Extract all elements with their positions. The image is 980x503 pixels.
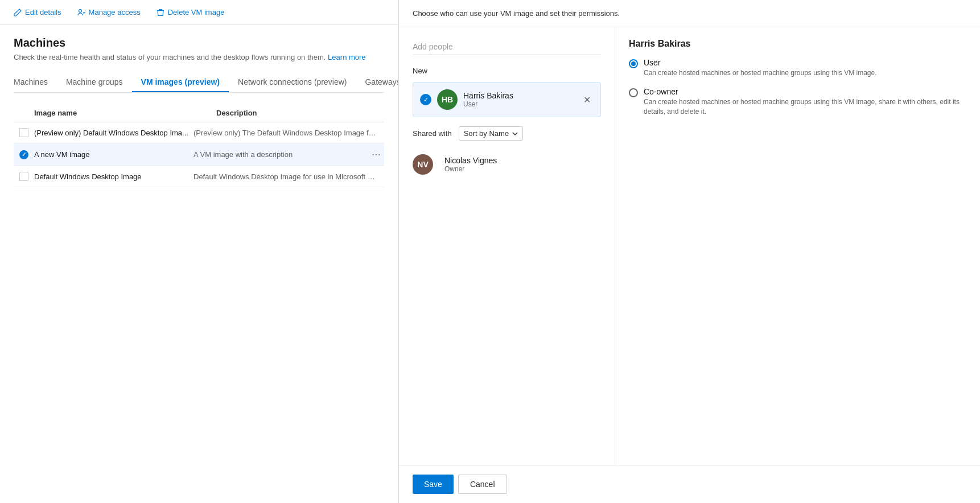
person-role-nv: Owner xyxy=(444,165,601,173)
col-header-name: Image name xyxy=(34,109,216,117)
delete-vm-image-label: Delete VM image xyxy=(168,8,225,17)
radio-option-user[interactable]: User Can create hosted machines or hoste… xyxy=(629,58,966,78)
table-body: (Preview only) Default Windows Desktop I… xyxy=(14,122,384,187)
tabs-container: Machines Machine groups VM images (previ… xyxy=(14,73,384,93)
row-menu-button[interactable]: ⋯ xyxy=(368,149,384,160)
table-row[interactable]: (Preview only) Default Windows Desktop I… xyxy=(14,122,384,143)
person-info-nv: Nicolas Vignes Owner xyxy=(444,156,601,173)
left-panel: Edit details Manage access Delete VM ima… xyxy=(0,0,398,503)
permissions-section: Harris Bakiras User Can create hosted ma… xyxy=(615,27,980,465)
remove-person-button[interactable]: ✕ xyxy=(580,93,594,106)
row-name-1: (Preview only) Default Windows Desktop I… xyxy=(34,129,193,137)
page-content: Machines Check the real-time health and … xyxy=(0,25,398,503)
col-header-desc: Description xyxy=(216,109,364,117)
row-checkbox-2 xyxy=(14,150,34,159)
avatar-initials-nv: NV xyxy=(417,160,428,169)
tab-vm-images[interactable]: VM images (preview) xyxy=(132,73,229,92)
manage-access-panel: Choose who can use your VM image and set… xyxy=(398,0,980,503)
radio-user-input[interactable] xyxy=(629,59,638,68)
unchecked-icon xyxy=(19,128,28,137)
svg-rect-2 xyxy=(159,9,162,10)
radio-coowner-desc: Can create hosted machines or hosted mac… xyxy=(644,97,966,117)
tab-machine-groups[interactable]: Machine groups xyxy=(57,73,132,92)
person-card-hb[interactable]: HB Harris Bakiras User ✕ xyxy=(413,82,601,117)
page-description: Check the real-time health and status of… xyxy=(14,53,384,61)
cancel-button[interactable]: Cancel xyxy=(458,475,507,494)
people-section: New HB Harris Bakiras User ✕ Shared with… xyxy=(399,27,615,465)
people-icon xyxy=(77,9,85,17)
row-checkbox-1 xyxy=(14,128,34,137)
avatar-initials-hb: HB xyxy=(442,95,453,104)
tab-network-connections[interactable]: Network connections (preview) xyxy=(229,73,356,92)
owner-row-nv: NV Nicolas Vignes Owner xyxy=(413,150,601,179)
permissions-person-title: Harris Bakiras xyxy=(629,39,966,49)
sort-select[interactable]: Sort by Name xyxy=(459,126,523,141)
person-selected-check xyxy=(420,94,431,105)
svg-point-0 xyxy=(79,9,81,12)
save-button[interactable]: Save xyxy=(413,475,454,494)
toolbar: Edit details Manage access Delete VM ima… xyxy=(0,0,398,25)
sort-label: Sort by Name xyxy=(464,129,509,138)
row-desc-1: (Preview only) The Default Windows Deskt… xyxy=(193,129,384,137)
radio-coowner-label: Co-owner xyxy=(644,87,966,96)
manage-access-button[interactable]: Manage access xyxy=(75,6,143,19)
edit-icon xyxy=(14,9,22,17)
row-name-2: A new VM image xyxy=(34,150,193,159)
radio-coowner-input[interactable] xyxy=(629,88,638,97)
radio-user-content: User Can create hosted machines or hoste… xyxy=(644,58,877,78)
row-desc-2: A VM image with a description xyxy=(193,150,368,159)
radio-option-coowner[interactable]: Co-owner Can create hosted machines or h… xyxy=(629,87,966,117)
row-name-3: Default Windows Desktop Image xyxy=(34,172,193,181)
tab-machines[interactable]: Machines xyxy=(14,73,57,92)
avatar-hb: HB xyxy=(437,89,458,110)
shared-with-row: Shared with Sort by Name xyxy=(413,126,601,141)
table-header: Image name Description xyxy=(14,104,384,122)
checked-icon xyxy=(19,150,28,159)
edit-details-button[interactable]: Edit details xyxy=(11,6,64,19)
manage-access-footer: Save Cancel xyxy=(399,465,980,503)
person-info-hb: Harris Bakiras User xyxy=(463,91,580,108)
chevron-down-icon xyxy=(512,132,518,135)
shared-with-label: Shared with xyxy=(413,129,452,138)
learn-more-link[interactable]: Learn more xyxy=(328,53,365,61)
new-section-label: New xyxy=(413,67,601,75)
manage-access-header: Choose who can use your VM image and set… xyxy=(399,0,980,27)
manage-access-body: New HB Harris Bakiras User ✕ Shared with… xyxy=(399,27,980,465)
page-title: Machines xyxy=(14,36,384,50)
table-row[interactable]: Default Windows Desktop Image Default Wi… xyxy=(14,166,384,187)
delete-vm-image-button[interactable]: Delete VM image xyxy=(154,6,227,19)
delete-icon xyxy=(157,9,164,17)
row-checkbox-3 xyxy=(14,172,34,181)
table-row[interactable]: A new VM image A VM image with a descrip… xyxy=(14,143,384,166)
radio-user-label: User xyxy=(644,58,877,67)
avatar-nv: NV xyxy=(413,154,433,175)
person-name-nv: Nicolas Vignes xyxy=(444,156,601,165)
row-desc-3: Default Windows Desktop Image for use in… xyxy=(193,172,384,181)
edit-details-label: Edit details xyxy=(25,8,61,17)
unchecked-icon xyxy=(19,172,28,181)
person-role-hb: User xyxy=(463,100,580,108)
svg-rect-1 xyxy=(157,10,164,11)
page-desc-text: Check the real-time health and status of… xyxy=(14,53,326,61)
radio-coowner-content: Co-owner Can create hosted machines or h… xyxy=(644,87,966,117)
manage-access-label: Manage access xyxy=(89,8,141,17)
radio-user-desc: Can create hosted machines or hosted mac… xyxy=(644,68,877,78)
person-name-hb: Harris Bakiras xyxy=(463,91,580,100)
add-people-input[interactable] xyxy=(413,39,601,55)
tab-gateways[interactable]: Gateways xyxy=(356,73,398,92)
manage-access-description: Choose who can use your VM image and set… xyxy=(413,9,620,18)
